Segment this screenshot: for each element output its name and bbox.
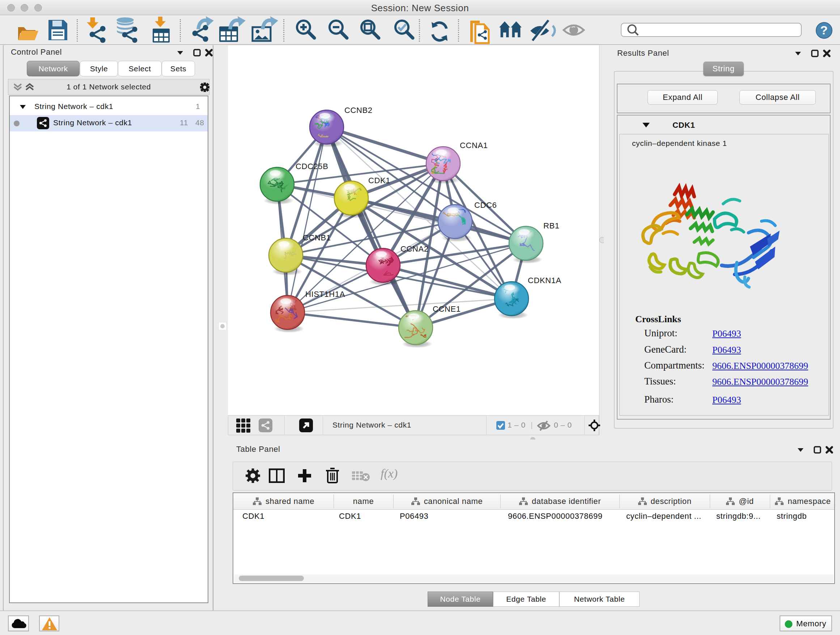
svg-text:CCNA1: CCNA1 xyxy=(460,141,488,150)
svg-text:CCNE1: CCNE1 xyxy=(433,304,461,314)
svg-text:CDKN1A: CDKN1A xyxy=(528,276,561,285)
svg-text:CDC25B: CDC25B xyxy=(295,162,328,171)
svg-text:HIST1H1A: HIST1H1A xyxy=(305,290,345,299)
svg-text:?: ? xyxy=(820,23,828,37)
svg-text:CCNB2: CCNB2 xyxy=(344,106,373,115)
svg-text:CDK1: CDK1 xyxy=(368,176,390,185)
svg-text:CCNB1: CCNB1 xyxy=(303,233,331,242)
svg-text:CCNA2: CCNA2 xyxy=(401,244,429,253)
svg-text:RB1: RB1 xyxy=(543,221,560,230)
svg-text:CDC6: CDC6 xyxy=(474,201,497,210)
